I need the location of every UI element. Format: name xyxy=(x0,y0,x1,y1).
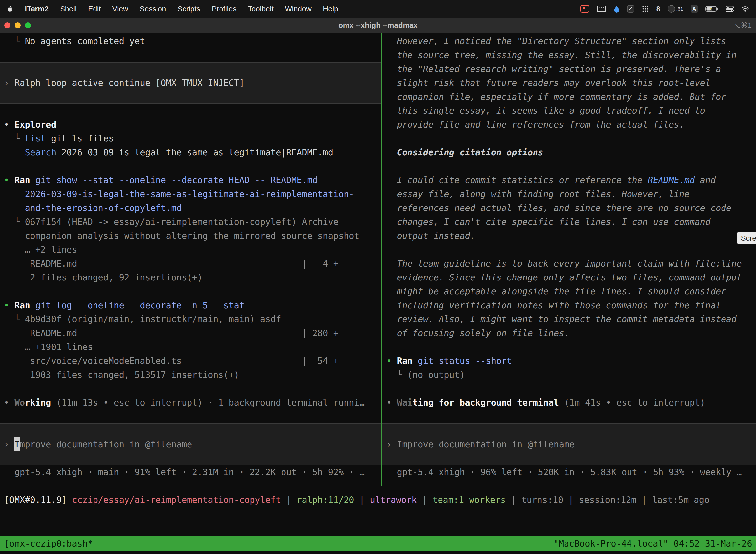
window-shortcut-hint: ⌥⌘1 xyxy=(733,21,752,29)
terminal-text: However, I noticed the "Directory Struct… xyxy=(386,36,726,46)
menu-item-profiles[interactable]: Profiles xyxy=(211,5,236,13)
terminal-text: Considering citation options xyxy=(386,148,543,157)
terminal-text: gpt-5.4 xhigh · 96% left · 520K in · 5.8… xyxy=(386,467,742,477)
menu-item-toolbelt[interactable]: Toolbelt xyxy=(248,5,273,13)
terminal-line: [OMX#0.11.9] cczip/essay/ai-reimplementa… xyxy=(4,493,710,507)
terminal-text: | xyxy=(506,495,521,505)
terminal-text: README.md | 280 + xyxy=(4,328,338,338)
gauge-icon[interactable]: .61 xyxy=(668,4,683,14)
terminal-line: README.md | 4 + xyxy=(0,257,381,271)
terminal-text: • xyxy=(4,300,14,310)
terminal-text: provide file and line references from th… xyxy=(386,120,684,129)
terminal-line xyxy=(382,243,756,257)
terminal-line: 2026-03-09-is-legal-the-same-as-legitima… xyxy=(0,187,381,201)
prompt-input-row[interactable]: › Improve documentation in @filename xyxy=(382,424,756,465)
terminal-text: README.md xyxy=(648,175,695,185)
terminal-line: └ 4b9d30f (origin/main, instructkr/main,… xyxy=(0,312,381,326)
raindrop-icon[interactable] xyxy=(614,4,620,14)
terminal-text: Wai xyxy=(397,398,413,407)
tmux-host-clock: "MacBook-Pro-44.local" 04:52 31-Mar-26 xyxy=(553,537,752,551)
tmux-window-label[interactable]: [omx-cczip0:bash* xyxy=(4,537,93,551)
terminal-text: … +2 lines xyxy=(4,245,77,255)
minimize-button[interactable] xyxy=(15,22,20,28)
terminal-text: might be acceptable alongside the file l… xyxy=(386,286,726,296)
terminal-text: the source tree, missing the essay. Stil… xyxy=(386,50,737,60)
terminal-text: rking xyxy=(25,398,51,407)
menu-item-shell[interactable]: Shell xyxy=(60,5,77,13)
menu-item-help[interactable]: Help xyxy=(323,5,338,13)
window-controls xyxy=(4,22,31,28)
apps-grid-icon[interactable] xyxy=(642,4,649,14)
menu-item-scripts[interactable]: Scripts xyxy=(178,5,200,13)
wifi-icon[interactable] xyxy=(741,4,749,14)
menu-bar-status-icons: 8 .61 A xyxy=(580,4,749,14)
terminal-text: companion analysis without altering the … xyxy=(4,231,359,241)
right-terminal-pane[interactable]: However, I noticed the "Directory Struct… xyxy=(382,33,756,479)
terminal-text: Ran xyxy=(14,300,30,310)
terminal-text: | xyxy=(354,495,370,505)
menu-bar-left: iTerm2ShellEditViewSessionScriptsProfile… xyxy=(7,4,338,14)
terminal-line: • Explored xyxy=(0,118,381,131)
terminal-line: Considering citation options xyxy=(382,146,756,159)
window-title-bar[interactable]: omx --xhigh --madmax ⌥⌘1 xyxy=(0,18,756,33)
prompt-input-row[interactable]: › Improve documentation in @filename xyxy=(0,424,381,465)
terminal-line xyxy=(0,284,381,298)
omx-status-bar: [OMX#0.11.9] cczip/essay/ai-reimplementa… xyxy=(4,493,710,507)
left-terminal-pane[interactable]: └ No agents completed yet› Ralph loop ac… xyxy=(0,33,381,479)
control-center-icon[interactable] xyxy=(726,4,734,14)
terminal-text xyxy=(4,148,25,157)
app-icon-dark[interactable] xyxy=(627,4,634,14)
terminal-line: └ 067f154 (HEAD -> essay/ai-reimplementa… xyxy=(0,215,381,229)
terminal-line: output instead. xyxy=(382,229,756,243)
terminal-text: ultrawork xyxy=(370,495,417,505)
apple-menu[interactable] xyxy=(7,4,13,14)
terminal-text: └ xyxy=(4,133,25,144)
terminal-line: • Ran git status --short xyxy=(382,354,756,368)
terminal-text: 2026-03-09-is-legal-the-same-as-legitima… xyxy=(56,148,333,157)
terminal-line: README.md | 280 + xyxy=(0,326,381,340)
terminal-text: git log --oneline --decorate -n 5 --stat xyxy=(30,300,244,310)
terminal-line: • Waiting for background terminal (1m 41… xyxy=(382,396,756,409)
terminal-line xyxy=(0,409,381,424)
menu-bar: iTerm2ShellEditViewSessionScriptsProfile… xyxy=(0,0,756,18)
menu-item-iterm2[interactable]: iTerm2 xyxy=(25,5,49,13)
close-button[interactable] xyxy=(4,22,10,28)
terminal-line: … +1901 lines xyxy=(0,340,381,354)
terminal-line: the "Related research writing" section i… xyxy=(382,62,756,76)
terminal-line: └ (no output) xyxy=(382,368,756,382)
terminal-line: slight risk that future readers may over… xyxy=(382,76,756,90)
terminal-text: and xyxy=(695,175,715,185)
menu-item-edit[interactable]: Edit xyxy=(88,5,101,13)
terminal-line: references need actual files, and since … xyxy=(382,201,756,215)
terminal-line xyxy=(0,159,381,173)
gauge-value: .61 xyxy=(676,6,683,12)
terminal-line xyxy=(382,131,756,146)
terminal-text: List xyxy=(25,133,46,144)
battery-charging-icon[interactable] xyxy=(705,4,718,14)
terminal-text: companion file, especially if more comme… xyxy=(386,92,726,102)
screen-share-popup[interactable]: Scre xyxy=(737,232,756,244)
terminal-line: • Ran git log --oneline --decorate -n 5 … xyxy=(0,298,381,312)
input-source-icon[interactable]: A xyxy=(691,4,698,14)
menu-item-session[interactable]: Session xyxy=(140,5,166,13)
screen-recording-icon[interactable] xyxy=(580,4,589,14)
terminal-line: gpt-5.4 xhigh · 96% left · 520K in · 5.8… xyxy=(382,465,756,479)
key-8-icon[interactable]: 8 xyxy=(656,4,660,14)
menu-item-view[interactable]: View xyxy=(112,5,128,13)
terminal-line: The team guideline is to back every impo… xyxy=(382,257,756,271)
terminal-text: └ xyxy=(4,36,25,46)
prompt-input-row[interactable]: › Ralph loop active continue [OMX_TMUX_I… xyxy=(0,62,381,104)
keyboard-icon[interactable] xyxy=(597,4,606,14)
terminal-text: mprove documentation in @filename xyxy=(19,437,192,451)
terminal-line: might be acceptable alongside the file l… xyxy=(382,284,756,298)
terminal-text: Ran xyxy=(14,175,30,185)
zoom-button[interactable] xyxy=(25,22,31,28)
terminal-text: | xyxy=(636,495,652,505)
menu-item-window[interactable]: Window xyxy=(285,5,312,13)
window-title: omx --xhigh --madmax xyxy=(338,21,418,30)
terminal-text: ralph:11/20 xyxy=(297,495,354,505)
terminal-line: and-the-erosion-of-copyleft.md xyxy=(0,201,381,215)
tmux-status-bar: [omx-cczip0:bash* "MacBook-Pro-44.local"… xyxy=(0,536,756,551)
terminal-line: 2 files changed, 92 insertions(+) xyxy=(0,271,381,284)
terminal-text: 2026-03-09-is-legal-the-same-as-legitima… xyxy=(4,189,354,199)
